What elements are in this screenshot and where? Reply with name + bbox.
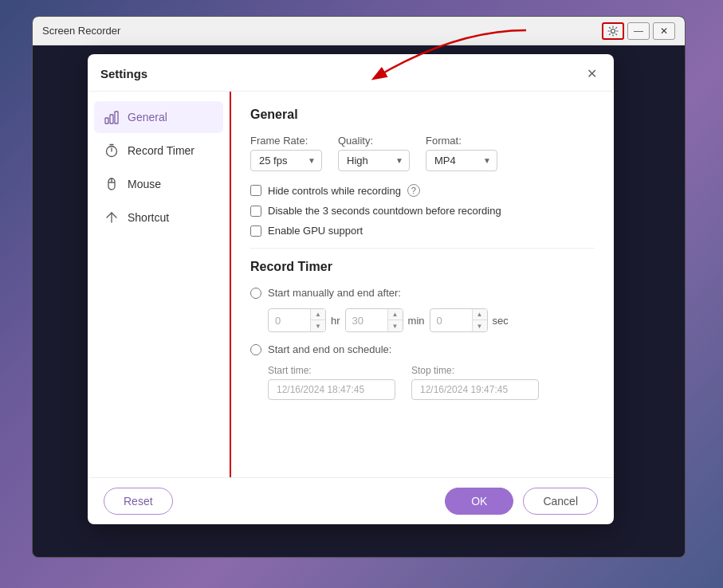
ok-button[interactable]: OK (445, 488, 513, 515)
bar-chart-icon (104, 109, 120, 125)
stop-time-input[interactable] (411, 379, 539, 400)
settings-dialog: Settings ✕ General (88, 54, 614, 524)
sidebar-item-general[interactable]: General (94, 101, 223, 133)
svg-rect-2 (105, 118, 108, 123)
hours-spinner: ▲ ▼ (310, 309, 325, 331)
sidebar-label-record-timer: Record Timer (128, 144, 195, 157)
hours-up-button[interactable]: ▲ (311, 309, 325, 320)
start-time-input[interactable] (268, 379, 395, 400)
minutes-input[interactable] (346, 311, 387, 331)
dialog-close-button[interactable]: ✕ (582, 64, 601, 83)
start-schedule-radio[interactable] (250, 344, 261, 355)
sidebar-item-record-timer[interactable]: Record Timer (94, 135, 223, 167)
settings-button[interactable] (602, 22, 624, 40)
frame-rate-select-wrapper: 15 fps 20 fps 25 fps 30 fps 60 fps ▼ (250, 150, 322, 171)
hr-label: hr (331, 315, 340, 327)
start-manually-radio[interactable] (250, 288, 261, 299)
quality-select[interactable]: Low Medium High (338, 150, 410, 171)
time-inputs-row: ▲ ▼ hr ▲ ▼ min (268, 308, 595, 332)
quality-select-wrapper: Low Medium High ▼ (338, 150, 410, 171)
format-field: Format: MP4 MOV AVI GIF ▼ (426, 135, 497, 171)
main-content: General Frame Rate: 15 fps 20 fps 25 fps… (231, 92, 614, 477)
dialog-footer: Reset OK Cancel (88, 477, 614, 524)
disable-countdown-row: Disable the 3 seconds countdown before r… (250, 205, 595, 217)
general-section-title: General (250, 108, 595, 122)
hours-input[interactable] (269, 311, 310, 331)
sidebar-item-mouse[interactable]: Mouse (94, 168, 223, 200)
app-title: Screen Recorder (42, 25, 120, 37)
format-options-row: Frame Rate: 15 fps 20 fps 25 fps 30 fps … (250, 135, 595, 171)
cancel-button[interactable]: Cancel (523, 488, 598, 515)
min-label: min (408, 315, 425, 327)
hide-controls-row: Hide controls while recording ? (250, 184, 595, 197)
start-time-label: Start time: (268, 365, 395, 376)
svg-rect-4 (115, 112, 118, 123)
dialog-titlebar: Settings ✕ (88, 54, 614, 92)
frame-rate-label: Frame Rate: (250, 135, 322, 147)
close-button[interactable]: ✕ (653, 22, 675, 40)
start-manually-label: Start manually and end after: (268, 287, 401, 299)
svg-rect-3 (110, 115, 113, 123)
frame-rate-select[interactable]: 15 fps 20 fps 25 fps 30 fps 60 fps (250, 150, 322, 171)
timer-icon (104, 143, 120, 159)
sidebar: General Record Timer (88, 92, 231, 477)
mouse-icon (104, 176, 120, 192)
minimize-button[interactable]: — (627, 22, 650, 40)
dialog-title: Settings (100, 67, 147, 80)
dialog-body: General Record Timer (88, 92, 614, 477)
start-schedule-label: Start and end on schedule: (268, 343, 391, 355)
seconds-spinner: ▲ ▼ (472, 309, 487, 331)
start-schedule-row: Start and end on schedule: (250, 343, 595, 355)
sidebar-label-general: General (128, 111, 167, 123)
sidebar-item-shortcut[interactable]: Shortcut (94, 202, 223, 233)
stop-time-label: Stop time: (411, 365, 539, 376)
app-titlebar: Screen Recorder — ✕ (33, 17, 685, 45)
help-icon[interactable]: ? (407, 184, 420, 197)
disable-countdown-checkbox[interactable] (250, 206, 261, 217)
svg-point-0 (611, 29, 615, 33)
hide-controls-label: Hide controls while recording (268, 185, 401, 197)
format-select[interactable]: MP4 MOV AVI GIF (426, 150, 497, 171)
record-timer-section: Record Timer Start manually and end afte… (250, 260, 595, 400)
disable-countdown-label: Disable the 3 seconds countdown before r… (268, 205, 501, 217)
start-time-field: Start time: (268, 365, 395, 400)
quality-label: Quality: (338, 135, 410, 147)
divider (250, 248, 595, 249)
reset-button[interactable]: Reset (104, 488, 173, 515)
titlebar-controls: — ✕ (602, 22, 675, 40)
seconds-down-button[interactable]: ▼ (473, 320, 487, 331)
minutes-spinner: ▲ ▼ (387, 309, 403, 331)
quality-field: Quality: Low Medium High ▼ (338, 135, 410, 171)
seconds-up-button[interactable]: ▲ (473, 309, 487, 320)
sec-label: sec (493, 315, 509, 327)
stop-time-field: Stop time: (411, 365, 539, 400)
schedule-section: Start time: Stop time: (268, 365, 595, 400)
enable-gpu-label: Enable GPU support (268, 225, 363, 237)
shortcut-icon (104, 210, 120, 225)
record-timer-title: Record Timer (250, 260, 595, 274)
enable-gpu-checkbox[interactable] (250, 225, 261, 237)
hours-input-wrapper: ▲ ▼ (268, 308, 326, 332)
seconds-input-wrapper: ▲ ▼ (430, 308, 488, 332)
sidebar-label-mouse: Mouse (128, 178, 161, 190)
minutes-down-button[interactable]: ▼ (388, 320, 403, 331)
frame-rate-field: Frame Rate: 15 fps 20 fps 25 fps 30 fps … (250, 135, 322, 171)
minutes-input-wrapper: ▲ ▼ (345, 308, 403, 332)
hide-controls-checkbox[interactable] (250, 185, 261, 196)
enable-gpu-row: Enable GPU support (250, 225, 595, 237)
schedule-row: Start time: Stop time: (268, 365, 595, 400)
sidebar-label-shortcut: Shortcut (128, 211, 169, 224)
format-select-wrapper: MP4 MOV AVI GIF ▼ (426, 150, 497, 171)
hours-down-button[interactable]: ▼ (311, 320, 325, 331)
seconds-input[interactable] (430, 311, 472, 331)
format-label: Format: (426, 135, 497, 147)
minutes-up-button[interactable]: ▲ (388, 309, 403, 320)
footer-right: OK Cancel (445, 488, 598, 515)
start-manually-row: Start manually and end after: (250, 287, 595, 299)
